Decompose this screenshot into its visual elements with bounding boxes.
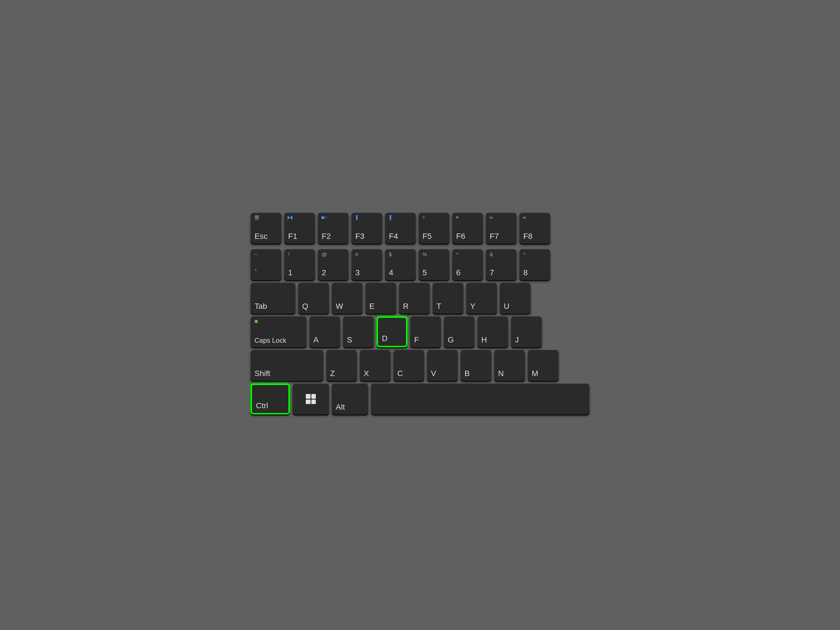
b-label: B xyxy=(464,369,470,378)
key-v[interactable]: V xyxy=(427,350,458,381)
tilde-label: ` xyxy=(254,268,257,277)
key-2[interactable]: @ 2 xyxy=(318,249,349,280)
f4-icon: ▐ xyxy=(388,215,391,219)
f2-icon: ◼× xyxy=(321,215,327,219)
f7-label: F7 xyxy=(490,232,499,241)
t-label: T xyxy=(437,302,441,311)
x-label: X xyxy=(364,369,369,378)
f4-label: F4 xyxy=(389,232,398,241)
f8-icon: ⏭ xyxy=(523,215,527,219)
key-tab[interactable]: Tab xyxy=(251,283,295,314)
f6-icon: ❋ xyxy=(456,215,459,219)
key-6[interactable]: ^ 6 xyxy=(452,249,483,280)
key-f4[interactable]: ▐ F4 xyxy=(385,213,416,243)
key-esc[interactable]: 🎬 Esc xyxy=(251,213,281,243)
e-label: E xyxy=(369,302,375,311)
bottom-row: Ctrl Alt xyxy=(251,384,589,414)
key-shift[interactable]: Shift xyxy=(251,350,324,381)
key-a[interactable]: A xyxy=(309,316,340,347)
a-label: A xyxy=(313,335,319,344)
key-alt[interactable]: Alt xyxy=(332,384,368,414)
key-d[interactable]: D xyxy=(377,316,407,347)
key-m[interactable]: M xyxy=(528,350,559,381)
key-f8[interactable]: ⏭ F8 xyxy=(519,213,550,243)
key-f2[interactable]: ◼× F2 xyxy=(318,213,349,243)
key-e[interactable]: E xyxy=(365,283,396,314)
n-label: N xyxy=(498,369,504,378)
keyboard: 🎬 Esc ▶▮ F1 ◼× F2 ▐ F3 ▐ F4 ✳ F5 ❋ F6 ⏮ xyxy=(242,202,598,428)
key-g[interactable]: G xyxy=(444,316,475,347)
key-3[interactable]: # 3 xyxy=(351,249,382,280)
key-q[interactable]: Q xyxy=(298,283,329,314)
capslock-label: Caps Lock xyxy=(254,336,286,344)
m-label: M xyxy=(532,369,538,378)
key-1[interactable]: ! 1 xyxy=(284,249,315,280)
key-space[interactable] xyxy=(371,384,589,414)
key-f7[interactable]: ⏮ F7 xyxy=(486,213,516,243)
tilde-top: ~ xyxy=(254,252,257,257)
f5-icon: ✳ xyxy=(422,215,425,219)
z-label: Z xyxy=(330,369,335,378)
v-label: V xyxy=(431,369,436,378)
4-label: 4 xyxy=(389,268,393,277)
r-label: R xyxy=(403,302,409,311)
key-tilde[interactable]: ~ ` xyxy=(251,249,281,280)
key-ctrl[interactable]: Ctrl xyxy=(251,384,290,414)
key-f6[interactable]: ❋ F6 xyxy=(452,213,483,243)
key-r[interactable]: R xyxy=(399,283,430,314)
g-label: G xyxy=(448,335,454,344)
key-j[interactable]: J xyxy=(511,316,542,347)
w-label: W xyxy=(336,302,343,311)
5-label: 5 xyxy=(423,268,427,277)
key-y[interactable]: Y xyxy=(466,283,497,314)
key-f3[interactable]: ▐ F3 xyxy=(351,213,382,243)
capslock-indicator xyxy=(254,320,258,323)
s-label: S xyxy=(347,335,352,344)
key-8[interactable]: * 8 xyxy=(519,249,550,280)
key-s[interactable]: S xyxy=(343,316,374,347)
alt-label: Alt xyxy=(336,403,345,412)
u-label: U xyxy=(504,302,509,311)
key-win[interactable] xyxy=(293,384,329,414)
key-h[interactable]: H xyxy=(477,316,508,347)
f7-icon: ⏮ xyxy=(489,215,493,219)
windows-logo-icon xyxy=(306,394,316,404)
1-label: 1 xyxy=(288,268,293,277)
key-7[interactable]: & 7 xyxy=(486,249,516,280)
f6-label: F6 xyxy=(456,232,465,241)
h-label: H xyxy=(481,335,487,344)
tab-label: Tab xyxy=(254,302,267,311)
qwerty-row: Tab Q W E R T Y U xyxy=(251,283,589,314)
key-t[interactable]: T xyxy=(433,283,463,314)
key-b[interactable]: B xyxy=(461,350,491,381)
key-x[interactable]: X xyxy=(360,350,391,381)
key-f[interactable]: F xyxy=(410,316,441,347)
6-top: ^ xyxy=(456,252,458,257)
j-label: J xyxy=(515,335,519,344)
5-top: % xyxy=(423,252,427,257)
3-top: # xyxy=(355,252,358,257)
c-label: C xyxy=(397,369,403,378)
key-n[interactable]: N xyxy=(494,350,525,381)
f2-label: F2 xyxy=(322,232,331,241)
3-label: 3 xyxy=(355,268,360,277)
key-z[interactable]: Z xyxy=(326,350,357,381)
f5-label: F5 xyxy=(423,232,432,241)
key-u[interactable]: U xyxy=(500,283,531,314)
f1-icon: ▶▮ xyxy=(287,215,293,219)
key-w[interactable]: W xyxy=(332,283,363,314)
key-4[interactable]: $ 4 xyxy=(385,249,416,280)
1-top: ! xyxy=(288,252,289,257)
esc-icon: 🎬 xyxy=(254,215,260,220)
key-c[interactable]: C xyxy=(393,350,424,381)
shift-label: Shift xyxy=(254,369,270,378)
key-capslock[interactable]: Caps Lock xyxy=(251,316,306,347)
key-5[interactable]: % 5 xyxy=(418,249,449,280)
7-label: 7 xyxy=(490,268,494,277)
f-label: F xyxy=(414,335,419,344)
key-f5[interactable]: ✳ F5 xyxy=(418,213,449,243)
y-label: Y xyxy=(470,302,475,311)
2-top: @ xyxy=(322,252,327,257)
key-f1[interactable]: ▶▮ F1 xyxy=(284,213,315,243)
f8-label: F8 xyxy=(523,232,532,241)
